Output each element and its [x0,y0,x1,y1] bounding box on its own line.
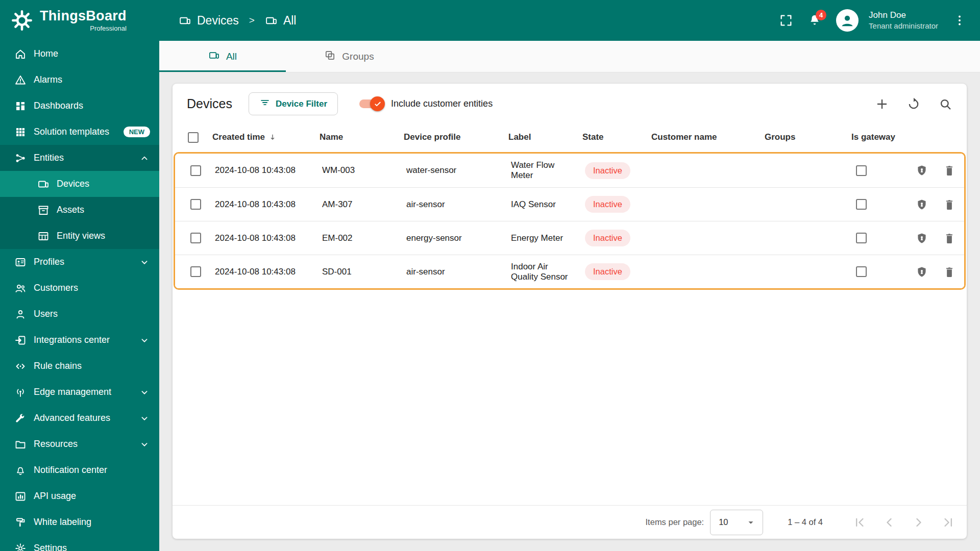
table-row[interactable]: 2024-10-08 10:43:08 EM-002 energy-sensor… [175,221,964,255]
column-label: State [582,132,604,142]
sidebar-item-label: White labeling [34,517,91,528]
column-label[interactable]: Label [503,122,577,152]
sidebar-item-label: Resources [34,439,78,449]
column-customer-name[interactable]: Customer name [646,122,760,152]
app-logo[interactable]: ThingsBoard Professional [0,0,159,41]
devices-icon [265,14,278,27]
column-device-profile[interactable]: Device profile [399,122,503,152]
sidebar-item-customers[interactable]: Customers [0,275,159,301]
is-gateway-checkbox[interactable] [856,233,867,243]
sidebar-item-resources[interactable]: Resources [0,431,159,457]
row-checkbox[interactable] [190,266,201,277]
is-gateway-checkbox[interactable] [856,266,867,277]
shield-icon[interactable] [915,198,928,211]
sidebar-item-label: Customers [34,283,78,293]
shield-icon[interactable] [915,232,928,245]
sidebar-item-api-usage[interactable]: API usage [0,483,159,509]
cell-device-profile: energy-sensor [401,229,506,247]
sidebar-item-users[interactable]: Users [0,301,159,327]
row-checkbox[interactable] [190,165,201,176]
device-filter-button[interactable]: Device Filter [249,92,338,115]
sidebar-item-alarms[interactable]: Alarms [0,67,159,93]
page-range-label: 1 – 4 of 4 [788,517,823,527]
table-row[interactable]: 2024-10-08 10:43:08 SD-001 air-sensor In… [175,255,964,288]
sidebar-item-white-labeling[interactable]: White labeling [0,509,159,535]
cell-device-profile: water-sensor [401,161,506,180]
add-device-button[interactable] [875,97,889,111]
table-row[interactable]: 2024-10-08 10:43:08 AM-307 air-sensor IA… [175,187,964,221]
fullscreen-icon[interactable] [779,13,793,28]
kebab-menu-icon[interactable] [952,13,967,28]
shield-icon[interactable] [915,164,928,177]
refresh-button[interactable] [906,97,921,111]
row-checkbox-cell [175,195,210,214]
include-customer-entities-toggle[interactable]: Include customer entities [359,98,493,109]
column-created-time[interactable]: Created time [207,122,314,152]
notifications-button[interactable]: 4 [807,13,822,28]
first-page-button[interactable] [852,515,867,530]
cell-is-gateway [849,262,910,281]
search-button[interactable] [938,97,952,111]
new-badge: NEW [124,127,150,137]
sidebar-item-dashboards[interactable]: Dashboards [0,93,159,119]
trash-icon[interactable] [943,232,956,245]
sidebar-item-rule-chains[interactable]: Rule chains [0,353,159,379]
breadcrumb-separator: > [249,15,255,26]
user-avatar[interactable] [836,9,859,32]
devices-icon [179,14,191,27]
chevron-down-icon [139,387,150,398]
cell-groups [762,201,849,209]
cell-created-time: 2024-10-08 10:43:08 [210,161,317,180]
column-groups[interactable]: Groups [760,122,846,152]
last-page-button[interactable] [941,515,955,530]
cell-customer-name [649,234,762,242]
trash-icon[interactable] [943,265,956,279]
is-gateway-checkbox[interactable] [856,199,867,210]
items-per-page-label: Items per page: [646,517,704,527]
sidebar-item-entity-views[interactable]: Entity views [0,223,159,249]
content-area: Devices Device Filter Include customer e… [159,72,980,551]
cell-actions [910,228,966,249]
sidebar-item-settings[interactable]: Settings [0,535,159,551]
tab-groups[interactable]: Groups [286,41,412,72]
sidebar-item-profiles[interactable]: Profiles [0,249,159,275]
cell-is-gateway [849,195,910,214]
sidebar-item-integrations-center[interactable]: Integrations center [0,327,159,353]
sidebar-item-assets[interactable]: Assets [0,197,159,223]
cell-actions [910,261,966,283]
row-checkbox[interactable] [190,233,201,243]
previous-page-button[interactable] [882,515,896,530]
breadcrumb-devices[interactable]: Devices [179,14,239,28]
column-is-gateway[interactable]: Is gateway [846,122,908,152]
column-state[interactable]: State [577,122,646,152]
row-checkbox[interactable] [190,199,201,210]
trash-icon[interactable] [943,164,956,177]
trash-icon[interactable] [943,198,956,211]
column-label: Device profile [404,132,461,142]
next-page-button[interactable] [912,515,926,530]
breadcrumb-all[interactable]: All [265,14,297,28]
cell-is-gateway [849,229,910,247]
sidebar-item-notification-center[interactable]: Notification center [0,457,159,483]
sidebar-item-home[interactable]: Home [0,41,159,67]
tab-all[interactable]: All [159,41,286,72]
items-per-page-select[interactable]: 10 [710,510,763,535]
chevron-down-icon [139,257,150,268]
sidebar-item-edge-management[interactable]: Edge management [0,379,159,405]
cell-state: Inactive [580,226,649,251]
sidebar-item-entities[interactable]: Entities [0,145,159,171]
page-title: Devices [187,96,232,111]
chevron-down-icon [139,439,150,450]
select-all-checkbox[interactable] [188,132,199,143]
customers-people-icon [14,282,27,294]
sidebar-item-devices[interactable]: Devices [0,171,159,197]
sidebar-item-advanced-features[interactable]: Advanced features [0,405,159,431]
shield-icon[interactable] [915,265,928,279]
column-label: Created time [212,132,265,142]
column-name[interactable]: Name [314,122,399,152]
is-gateway-checkbox[interactable] [856,165,867,176]
sidebar-item-label: Solution templates [34,127,109,137]
sidebar-item-label: Integrations center [34,335,110,345]
sidebar-item-solution-templates[interactable]: Solution templates NEW [0,119,159,145]
table-row[interactable]: 2024-10-08 10:43:08 WM-003 water-sensor … [175,154,964,187]
